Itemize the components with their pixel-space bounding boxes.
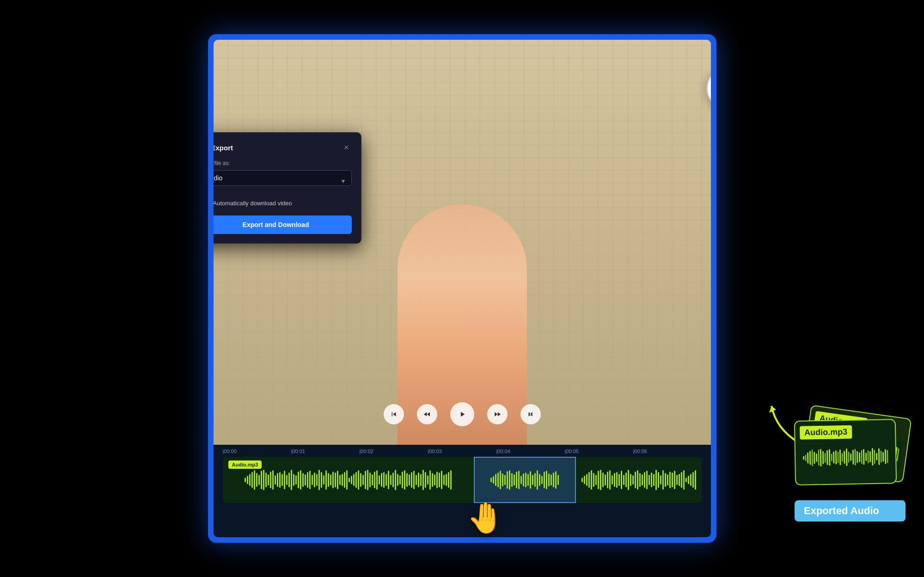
dialog-title-row: Export × [214, 142, 352, 153]
timeline-area: |00:00 |00:01 |00:02 |00:03 |00:04 |00:0… [214, 445, 711, 537]
skip-back-button[interactable] [384, 404, 404, 424]
auto-download-row: Automatically download video [214, 199, 352, 207]
time-ruler: |00:00 |00:01 |00:02 |00:03 |00:04 |00:0… [214, 448, 711, 454]
video-area: Export × Save file as: Audio Video GIF ▼ [214, 40, 711, 445]
cursor-hand: 🤚 [467, 500, 504, 535]
time-mark-3: |00:03 [428, 448, 496, 454]
time-mark-1: |00:01 [291, 448, 360, 454]
waveform-segment-selected[interactable] [474, 457, 576, 503]
waveform-segment-right[interactable] [576, 457, 702, 503]
rewind-button[interactable] [417, 404, 437, 424]
waveform-bars-selected [490, 464, 559, 495]
audio-file-card-front: Audio.mp3 [794, 419, 897, 485]
time-mark-4: |00:04 [496, 448, 565, 454]
export-and-download-button[interactable]: Export and Download [214, 215, 352, 234]
time-mark-6: |00:06 [633, 448, 702, 454]
fast-forward-icon [493, 410, 502, 418]
fast-forward-button[interactable] [487, 404, 508, 424]
waveform-bars-main [245, 464, 452, 496]
time-mark-2: |00:02 [360, 448, 428, 454]
play-icon [458, 410, 466, 418]
time-mark-0: |00:00 [223, 448, 291, 454]
skip-back-icon [390, 410, 398, 418]
track-label: Audio.mp3 [228, 460, 262, 469]
scene: Export × Save file as: Audio Video GIF ▼ [0, 0, 924, 577]
app-window: Export × Save file as: Audio Video GIF ▼ [208, 34, 716, 543]
format-select-wrapper: Audio Video GIF ▼ [214, 170, 352, 192]
app-inner: Export × Save file as: Audio Video GIF ▼ [214, 40, 711, 537]
audio-track: Audio.mp3 [223, 457, 702, 503]
audio-file-stack: Audio.mp3 Audio.mp3 [795, 411, 906, 495]
play-button[interactable] [450, 402, 474, 426]
audio-filename-front: Audio.mp3 [800, 425, 852, 440]
skip-forward-icon [526, 410, 535, 418]
exported-audio-badge: Audio.mp3 Audio.mp3 Exported Audio [795, 411, 906, 522]
time-mark-5: |00:05 [565, 448, 633, 454]
waveform-bars-right [581, 464, 696, 496]
playback-controls [384, 402, 541, 426]
dialog-title: Export [214, 144, 233, 152]
exported-audio-label: Exported Audio [795, 500, 906, 522]
dialog-title-text: Export [214, 144, 233, 152]
rewind-icon [423, 410, 431, 418]
export-dialog: Export × Save file as: Audio Video GIF ▼ [214, 132, 361, 244]
format-select[interactable]: Audio Video GIF [214, 170, 352, 186]
auto-download-label: Automatically download video [214, 200, 292, 207]
audio-waveform-front [800, 442, 891, 472]
skip-forward-button[interactable] [520, 404, 541, 424]
save-as-label: Save file as: [214, 160, 352, 166]
dialog-close-button[interactable]: × [341, 142, 352, 153]
